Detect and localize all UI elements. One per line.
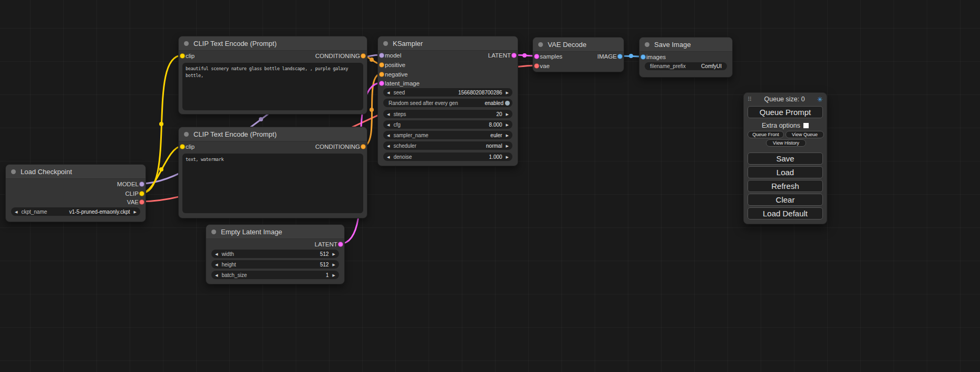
seed-widget[interactable]: ◀ seed 156680208700286 ▶ bbox=[383, 88, 512, 97]
input-dot-latent-image[interactable] bbox=[379, 81, 384, 86]
input-dot-negative[interactable] bbox=[379, 72, 384, 77]
scheduler-widget[interactable]: ◀ scheduler normal ▶ bbox=[383, 141, 512, 150]
filename-prefix-widget[interactable]: filename_prefix ComfyUI bbox=[645, 62, 727, 70]
input-dot-vae[interactable] bbox=[534, 63, 539, 69]
node-title: KSampler bbox=[393, 40, 423, 47]
load-button[interactable]: Load bbox=[748, 166, 823, 178]
collapse-dot[interactable] bbox=[184, 41, 189, 46]
random-seed-toggle-widget[interactable]: Random seed after every gen enabled bbox=[383, 99, 512, 107]
save-button[interactable]: Save bbox=[748, 152, 823, 165]
output-label-conditioning: CONDITIONING bbox=[315, 142, 360, 151]
node-title: CLIP Text Encode (Prompt) bbox=[193, 130, 277, 138]
arrow-right-icon[interactable]: ▶ bbox=[134, 210, 137, 214]
node-title: Load Checkpoint bbox=[21, 168, 72, 176]
arrow-left-icon[interactable]: ◀ bbox=[387, 123, 390, 127]
view-queue-button[interactable]: View Queue bbox=[785, 131, 824, 138]
arrow-left-icon[interactable]: ◀ bbox=[15, 210, 17, 214]
node-title-bar[interactable]: CLIP Text Encode (Prompt) bbox=[179, 36, 367, 51]
node-title-bar[interactable]: Load Checkpoint bbox=[6, 165, 145, 179]
input-dot-clip[interactable] bbox=[180, 144, 185, 149]
arrow-right-icon[interactable]: ▶ bbox=[333, 273, 335, 277]
seed-toggle-dot[interactable] bbox=[505, 101, 510, 106]
extra-options-checkbox[interactable] bbox=[803, 123, 809, 128]
output-dot-clip[interactable] bbox=[139, 191, 144, 196]
node-vae-decode[interactable]: VAE Decode samples vae IMAGE bbox=[532, 37, 624, 72]
node-graph-canvas[interactable]: Load Checkpoint MODEL CLIP VAE ◀ ckpt_na… bbox=[0, 0, 980, 372]
refresh-button[interactable]: Refresh bbox=[748, 180, 823, 192]
arrow-left-icon[interactable]: ◀ bbox=[215, 263, 218, 266]
output-dot-conditioning[interactable] bbox=[361, 53, 366, 59]
input-label-model: model bbox=[385, 51, 401, 60]
wire-positive-midpoint bbox=[370, 58, 374, 62]
collapse-dot[interactable] bbox=[645, 42, 649, 47]
node-ksampler[interactable]: KSampler model positive negative latent_… bbox=[377, 36, 518, 166]
arrow-right-icon[interactable]: ▶ bbox=[506, 91, 509, 94]
panel-drag-handle-icon[interactable]: ⠿ bbox=[748, 96, 752, 103]
arrow-right-icon[interactable]: ▶ bbox=[333, 252, 335, 256]
arrow-left-icon[interactable]: ◀ bbox=[215, 252, 218, 256]
denoise-widget[interactable]: ◀ denoise 1.000 ▶ bbox=[383, 152, 512, 161]
node-title-bar[interactable]: KSampler bbox=[378, 36, 518, 51]
output-dot-latent[interactable] bbox=[338, 242, 343, 247]
arrow-right-icon[interactable]: ▶ bbox=[506, 112, 509, 116]
output-label-latent: LATENT bbox=[315, 240, 337, 249]
collapse-dot[interactable] bbox=[11, 169, 16, 174]
arrow-right-icon[interactable]: ▶ bbox=[333, 263, 335, 266]
height-widget[interactable]: ◀ height 512 ▶ bbox=[211, 260, 339, 269]
arrow-left-icon[interactable]: ◀ bbox=[387, 91, 390, 94]
ckpt-name-widget[interactable]: ◀ ckpt_name v1-5-pruned-emaonly.ckpt ▶ bbox=[11, 207, 140, 216]
wire-clip-negative-midpoint bbox=[159, 167, 163, 171]
load-default-button[interactable]: Load Default bbox=[748, 207, 823, 220]
node-title-bar[interactable]: CLIP Text Encode (Prompt) bbox=[179, 127, 367, 141]
collapse-dot[interactable] bbox=[538, 42, 543, 47]
width-widget[interactable]: ◀ width 512 ▶ bbox=[211, 250, 339, 258]
output-dot-conditioning[interactable] bbox=[361, 144, 366, 149]
arrow-right-icon[interactable]: ▶ bbox=[506, 133, 509, 137]
collapse-dot[interactable] bbox=[184, 132, 189, 137]
input-label-vae: vae bbox=[540, 62, 550, 70]
node-title-bar[interactable]: Empty Latent Image bbox=[206, 225, 344, 239]
input-dot-model[interactable] bbox=[379, 53, 384, 58]
output-dot-vae[interactable] bbox=[139, 199, 144, 205]
node-empty-latent-image[interactable]: Empty Latent Image LATENT ◀ width 512 ▶ … bbox=[206, 224, 345, 284]
arrow-right-icon[interactable]: ▶ bbox=[506, 155, 509, 159]
clear-button[interactable]: Clear bbox=[748, 194, 823, 206]
arrow-left-icon[interactable]: ◀ bbox=[215, 273, 218, 277]
input-dot-positive[interactable] bbox=[379, 62, 384, 68]
queue-front-button[interactable]: Queue Front bbox=[748, 131, 784, 138]
output-label-latent: LATENT bbox=[488, 51, 511, 60]
arrow-right-icon[interactable]: ▶ bbox=[506, 123, 509, 127]
node-save-image[interactable]: Save Image images filename_prefix ComfyU… bbox=[639, 37, 733, 78]
node-title-bar[interactable]: VAE Decode bbox=[533, 37, 624, 52]
batch-size-widget[interactable]: ◀ batch_size 1 ▶ bbox=[211, 271, 339, 279]
arrow-left-icon[interactable]: ◀ bbox=[387, 133, 390, 137]
node-clip-text-encode-positive[interactable]: CLIP Text Encode (Prompt) clip CONDITION… bbox=[178, 36, 367, 115]
sampler-name-widget[interactable]: ◀ sampler_name euler ▶ bbox=[383, 131, 512, 139]
cfg-widget[interactable]: ◀ cfg 8.000 ▶ bbox=[383, 120, 512, 129]
output-dot-image[interactable] bbox=[617, 54, 623, 59]
arrow-left-icon[interactable]: ◀ bbox=[387, 144, 390, 148]
arrow-left-icon[interactable]: ◀ bbox=[387, 112, 390, 116]
arrow-left-icon[interactable]: ◀ bbox=[387, 155, 390, 159]
input-dot-images[interactable] bbox=[641, 54, 646, 60]
node-load-checkpoint[interactable]: Load Checkpoint MODEL CLIP VAE ◀ ckpt_na… bbox=[5, 164, 146, 222]
input-dot-clip[interactable] bbox=[180, 53, 185, 59]
queue-prompt-button[interactable]: Queue Prompt bbox=[748, 106, 823, 118]
node-title: VAE Decode bbox=[548, 41, 586, 49]
positive-prompt-textarea[interactable]: beautiful scenery nature glass bottle la… bbox=[182, 63, 363, 110]
collapse-dot[interactable] bbox=[383, 41, 388, 46]
collapse-dot[interactable] bbox=[211, 230, 216, 234]
node-clip-text-encode-negative[interactable]: CLIP Text Encode (Prompt) clip CONDITION… bbox=[178, 127, 367, 218]
input-dot-samples[interactable] bbox=[534, 54, 539, 59]
view-history-button[interactable]: View History bbox=[766, 139, 806, 147]
steps-widget[interactable]: ◀ steps 20 ▶ bbox=[383, 110, 512, 118]
arrow-right-icon[interactable]: ▶ bbox=[506, 144, 509, 148]
output-label-clip: CLIP bbox=[125, 189, 139, 198]
node-title-bar[interactable]: Save Image bbox=[639, 37, 732, 52]
input-label-negative: negative bbox=[385, 70, 407, 79]
output-dot-model[interactable] bbox=[139, 182, 144, 187]
wire-samples-midpoint bbox=[522, 53, 527, 58]
output-dot-latent[interactable] bbox=[511, 53, 517, 58]
settings-gear-icon[interactable]: ✳ bbox=[817, 96, 823, 103]
negative-prompt-textarea[interactable]: text, watermark bbox=[182, 154, 363, 213]
